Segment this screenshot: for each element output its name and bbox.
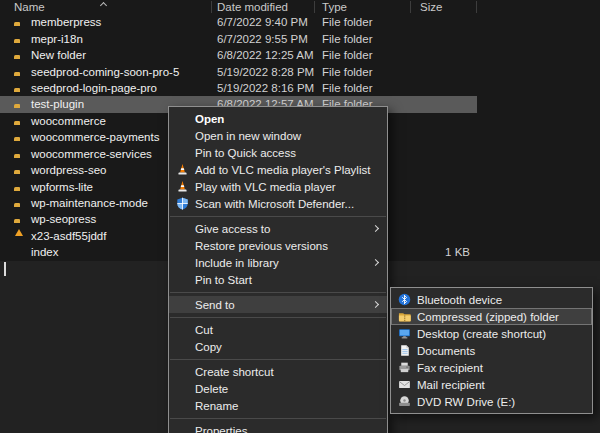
menu-item-scan-with-defender[interactable]: Scan with Microsoft Defender...	[169, 195, 387, 212]
menu-item-label: Compressed (zipped) folder	[417, 311, 559, 323]
send-to-submenu: Bluetooth device Compressed (zipped) fol…	[390, 287, 593, 414]
text-cursor	[4, 262, 6, 276]
file-date: 5/19/2022 8:28 PM	[217, 66, 314, 78]
menu-item-give-access-to[interactable]: Give access to	[169, 220, 387, 237]
menu-separator	[170, 359, 386, 360]
menu-item-label: Pin to Start	[195, 274, 252, 286]
menu-item-label: Properties	[195, 425, 247, 433]
submenu-item-dvd-rw-drive[interactable]: DVD RW Drive (E:)	[391, 393, 592, 410]
column-header-row: Name Date modified Type Size	[0, 0, 600, 14]
menu-separator	[170, 418, 386, 419]
submenu-arrow-icon	[372, 300, 379, 307]
file-row-seedprod-login[interactable]: seedprod-login-page-pro 5/19/2022 8:16 P…	[0, 80, 477, 96]
menu-item-label: Documents	[417, 345, 475, 357]
menu-item-copy[interactable]: Copy	[169, 338, 387, 355]
zip-folder-icon	[397, 310, 411, 324]
menu-item-label: Delete	[195, 383, 228, 395]
menu-item-add-to-vlc-playlist[interactable]: Add to VLC media player's Playlist	[169, 161, 387, 178]
file-row-new-folder[interactable]: New folder 6/8/2022 12:25 AM File folder	[0, 47, 477, 63]
file-row-memberpress[interactable]: memberpress 6/7/2022 9:40 PM File folder	[0, 14, 477, 30]
file-date: 6/8/2022 12:25 AM	[217, 49, 314, 61]
file-name: wp-maintenance-mode	[31, 197, 148, 209]
file-type: File folder	[322, 66, 373, 78]
menu-item-rename[interactable]: Rename	[169, 397, 387, 414]
menu-item-label: Open	[195, 113, 224, 125]
menu-item-label: Give access to	[195, 223, 270, 235]
column-separator[interactable]	[476, 1, 477, 13]
desktop-icon	[397, 327, 411, 341]
submenu-item-bluetooth-device[interactable]: Bluetooth device	[391, 291, 592, 308]
bluetooth-icon	[397, 293, 411, 307]
file-name: seedprod-login-page-pro	[31, 82, 157, 94]
menu-item-create-shortcut[interactable]: Create shortcut	[169, 363, 387, 380]
menu-item-play-with-vlc[interactable]: Play with VLC media player	[169, 178, 387, 195]
submenu-arrow-icon	[372, 258, 379, 265]
column-separator[interactable]	[211, 1, 212, 13]
file-row-seedprod-coming-soon[interactable]: seedprod-coming-soon-pro-5 5/19/2022 8:2…	[0, 63, 477, 79]
menu-separator	[170, 216, 386, 217]
submenu-item-mail-recipient[interactable]: Mail recipient	[391, 376, 592, 393]
file-name: test-plugin	[31, 98, 84, 110]
menu-item-label: Scan with Microsoft Defender...	[195, 198, 354, 210]
menu-item-label: Play with VLC media player	[195, 181, 336, 193]
menu-item-pin-to-quick-access[interactable]: Pin to Quick access	[169, 144, 387, 161]
file-name: New folder	[31, 49, 86, 61]
menu-item-label: Fax recipient	[417, 362, 483, 374]
file-name: wpforms-lite	[31, 181, 93, 193]
menu-item-open-in-new-window[interactable]: Open in new window	[169, 127, 387, 144]
menu-item-delete[interactable]: Delete	[169, 380, 387, 397]
menu-item-label: Include in library	[195, 257, 279, 269]
menu-item-cut[interactable]: Cut	[169, 321, 387, 338]
menu-item-label: DVD RW Drive (E:)	[417, 396, 515, 408]
menu-item-label: Open in new window	[195, 130, 301, 142]
file-name: index	[31, 246, 59, 258]
menu-item-restore-previous-versions[interactable]: Restore previous versions	[169, 237, 387, 254]
file-name: woocommerce	[31, 115, 106, 127]
vlc-cone-icon	[175, 163, 189, 177]
column-header-type[interactable]: Type	[322, 1, 347, 13]
file-name: woocommerce-payments	[31, 131, 159, 143]
file-date: 6/7/2022 9:40 PM	[217, 16, 308, 28]
submenu-item-documents[interactable]: Documents	[391, 342, 592, 359]
file-type: File folder	[322, 82, 373, 94]
menu-item-label: Bluetooth device	[417, 294, 502, 306]
submenu-arrow-icon	[372, 224, 379, 231]
dvd-drive-icon	[397, 395, 411, 409]
column-separator[interactable]	[314, 1, 315, 13]
mail-envelope-icon	[397, 378, 411, 392]
submenu-item-compressed-zipped-folder[interactable]: Compressed (zipped) folder	[391, 308, 592, 325]
submenu-item-desktop-create-shortcut[interactable]: Desktop (create shortcut)	[391, 325, 592, 342]
file-date: 5/19/2022 8:16 PM	[217, 82, 314, 94]
menu-item-properties[interactable]: Properties	[169, 422, 387, 433]
defender-shield-icon	[175, 197, 189, 211]
menu-item-open[interactable]: Open	[169, 110, 387, 127]
context-menu: Open Open in new window Pin to Quick acc…	[168, 106, 388, 433]
menu-item-label: Add to VLC media player's Playlist	[195, 164, 370, 176]
menu-item-label: Mail recipient	[417, 379, 485, 391]
file-row-mepr-i18n[interactable]: mepr-i18n 6/7/2022 9:55 PM File folder	[0, 30, 477, 46]
menu-item-label: Rename	[195, 400, 238, 412]
menu-item-label: Cut	[195, 324, 213, 336]
menu-item-label: Restore previous versions	[195, 240, 328, 252]
file-type: File folder	[322, 49, 373, 61]
file-date: 6/7/2022 9:55 PM	[217, 33, 308, 45]
file-name: wordpress-seo	[31, 164, 106, 176]
column-separator[interactable]	[410, 1, 411, 13]
menu-item-label: Copy	[195, 341, 222, 353]
column-header-name[interactable]: Name	[14, 1, 45, 13]
file-name: woocommerce-services	[31, 148, 152, 160]
submenu-item-fax-recipient[interactable]: Fax recipient	[391, 359, 592, 376]
column-header-size[interactable]: Size	[420, 1, 442, 13]
file-name: seedprod-coming-soon-pro-5	[31, 66, 179, 78]
file-name: memberpress	[31, 16, 101, 28]
sort-ascending-icon	[100, 2, 107, 9]
menu-item-label: Send to	[195, 299, 235, 311]
menu-separator	[170, 317, 386, 318]
menu-item-send-to[interactable]: Send to	[169, 296, 387, 313]
file-name: wp-seopress	[31, 213, 96, 225]
column-header-date-modified[interactable]: Date modified	[217, 1, 288, 13]
menu-item-pin-to-start[interactable]: Pin to Start	[169, 271, 387, 288]
file-name: mepr-i18n	[31, 33, 83, 45]
menu-item-include-in-library[interactable]: Include in library	[169, 254, 387, 271]
fax-icon	[397, 361, 411, 375]
